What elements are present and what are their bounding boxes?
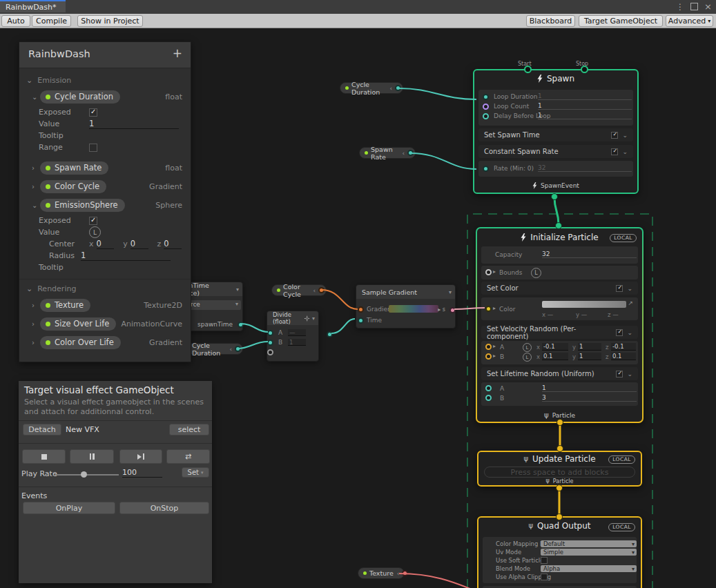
- parameter-node-cycle-duration-2[interactable]: Cycle Duration ‹: [185, 343, 243, 355]
- float-output-port[interactable]: [395, 85, 401, 91]
- param-row-size-over-life[interactable]: › Size Over Life AnimationCurve: [19, 315, 191, 333]
- alpha-clipping-checkbox[interactable]: [541, 574, 548, 580]
- center-x-field[interactable]: 0: [97, 239, 115, 249]
- local-space-icon[interactable]: L: [523, 343, 532, 352]
- exposed-checkbox[interactable]: [89, 217, 97, 225]
- chevron-down-icon[interactable]: ⌄: [627, 285, 632, 292]
- uv-mode-dropdown[interactable]: Simple: [541, 549, 637, 556]
- parameter-node-spawn-rate[interactable]: Spawn Rate ‹: [359, 147, 416, 159]
- blend-mode-dropdown[interactable]: Alpha: [541, 565, 637, 572]
- kebab-menu-icon[interactable]: ⋮: [676, 2, 684, 12]
- collapse-icon[interactable]: ‹: [397, 570, 400, 577]
- texture-output-port[interactable]: [402, 570, 408, 576]
- stop-flow-port[interactable]: [581, 66, 588, 73]
- collapse-icon[interactable]: ‹: [229, 346, 232, 353]
- spawntime-output-port[interactable]: [238, 322, 244, 328]
- bounds-port[interactable]: [485, 269, 492, 275]
- chevron-right-icon[interactable]: ›: [32, 320, 40, 328]
- block-enabled-checkbox[interactable]: [611, 132, 618, 139]
- constant-spawn-rate-block[interactable]: Constant Spawn Rate ⌄: [478, 145, 633, 158]
- stop-button[interactable]: [22, 449, 66, 464]
- parameter-pill[interactable]: Texture: [40, 299, 90, 312]
- play-rate-slider-track[interactable]: [55, 474, 119, 476]
- local-space-icon[interactable]: L: [89, 226, 101, 238]
- loop-duration-port[interactable]: [483, 94, 489, 100]
- set-velocity-random-block[interactable]: Set Velocity Random (Per-component) ⌄: [481, 326, 638, 339]
- pause-button[interactable]: [70, 449, 114, 464]
- gradient-preview-swatch[interactable]: [389, 305, 438, 313]
- chevron-down-icon[interactable]: ⌄: [26, 76, 32, 85]
- expand-triangle-icon[interactable]: ▸: [493, 343, 496, 349]
- param-row-color-over-life[interactable]: › Color Over Life Gradient: [19, 333, 191, 352]
- divide-input-a-port[interactable]: [267, 330, 273, 336]
- close-icon[interactable]: ×: [704, 1, 712, 12]
- chevron-down-icon[interactable]: ▾: [236, 286, 239, 293]
- soft-particle-checkbox[interactable]: [541, 557, 548, 564]
- auto-button[interactable]: Auto: [1, 15, 30, 27]
- parameter-pill[interactable]: Spawn Rate: [40, 161, 108, 175]
- float-output-port[interactable]: [235, 346, 241, 352]
- sample-output-port[interactable]: [449, 307, 456, 313]
- param-row-spawn-rate[interactable]: › Spawn Rate float: [19, 159, 191, 177]
- parameter-node-texture[interactable]: Texture ‹: [358, 567, 405, 579]
- restart-button[interactable]: ⇄: [166, 449, 210, 464]
- color-mapping-dropdown[interactable]: Default: [541, 540, 637, 547]
- set-color-block[interactable]: Set Color ⌄: [481, 282, 638, 295]
- parameter-pill[interactable]: Size Over Life: [40, 317, 116, 331]
- chevron-down-icon[interactable]: ⌄: [622, 148, 628, 155]
- divide-output-port[interactable]: [327, 331, 333, 337]
- color-port[interactable]: [485, 306, 492, 312]
- param-row-cycle-duration[interactable]: ⌄ Cycle Duration float: [19, 88, 191, 106]
- detach-button[interactable]: Detach: [23, 424, 61, 435]
- parameter-pill[interactable]: Color Cycle: [40, 180, 106, 193]
- delay-before-loop-port[interactable]: [483, 113, 489, 119]
- play-rate-slider-handle[interactable]: [81, 471, 87, 478]
- gradient-input-port[interactable]: [358, 306, 364, 313]
- divide-input-b-port[interactable]: [267, 340, 273, 346]
- collapse-icon[interactable]: ‹: [313, 287, 316, 294]
- chevron-down-icon[interactable]: ⌄: [627, 329, 632, 336]
- local-space-icon[interactable]: L: [531, 268, 541, 278]
- velocity-b-port[interactable]: [485, 353, 492, 360]
- center-z-field[interactable]: 0: [164, 239, 182, 249]
- category-rendering[interactable]: ⌄ Rendering: [19, 279, 191, 296]
- start-flow-port[interactable]: [524, 66, 532, 73]
- parameter-pill[interactable]: Cycle Duration: [40, 90, 120, 104]
- add-block-placeholder[interactable]: Press space to add blocks: [484, 467, 635, 478]
- chevron-down-icon[interactable]: ⌄: [32, 202, 40, 209]
- chevron-down-icon[interactable]: ▾: [449, 289, 452, 295]
- rate-port[interactable]: [483, 166, 489, 172]
- parameter-pill[interactable]: Color Over Life: [40, 336, 121, 349]
- add-parameter-button[interactable]: +: [173, 46, 182, 60]
- advanced-dropdown-button[interactable]: Advanced▾: [666, 15, 713, 27]
- chevron-down-icon[interactable]: ⌄: [26, 284, 32, 293]
- chevron-down-icon[interactable]: ⌄: [622, 132, 628, 139]
- target-gameobject-toggle-button[interactable]: Target GameObject: [579, 15, 663, 27]
- blackboard-toggle-button[interactable]: Blackboard: [526, 15, 575, 27]
- sample-gradient-node[interactable]: Sample Gradient ▾ Gradient Time ▸ s: [356, 284, 456, 329]
- chevron-right-icon[interactable]: ›: [32, 302, 40, 309]
- divide-operator-node[interactable]: Divide (float) ▾ A — B 1: [267, 311, 319, 362]
- param-row-texture[interactable]: › Texture Texture2D: [19, 296, 191, 315]
- update-context-node[interactable]: ψ Update Particle LOCAL Press space to a…: [477, 451, 642, 487]
- parameter-node-cycle-duration[interactable]: Cycle Duration ‹: [340, 82, 403, 94]
- param-row-color-cycle[interactable]: › Color Cycle Gradient: [19, 177, 191, 196]
- expand-triangle-icon[interactable]: ▸: [493, 268, 496, 275]
- time-input-port[interactable]: [358, 317, 364, 324]
- chevron-right-icon[interactable]: ›: [32, 183, 40, 190]
- expand-triangle-icon[interactable]: ▸: [493, 353, 496, 359]
- step-button[interactable]: [119, 449, 162, 464]
- lifetime-b-port[interactable]: [485, 395, 492, 401]
- editor-tab[interactable]: RainbwDash*: [0, 0, 66, 12]
- play-rate-field[interactable]: 100: [122, 468, 162, 478]
- exposed-checkbox[interactable]: [89, 108, 97, 117]
- compile-button[interactable]: Compile: [32, 15, 71, 27]
- lifetime-a-port[interactable]: [485, 385, 492, 391]
- quad-output-context-node[interactable]: ψ Quad Output LOCAL Color Mapping Mode D…: [477, 516, 642, 588]
- parameter-node-color-cycle[interactable]: Color Cycle ‹: [271, 284, 327, 296]
- range-checkbox[interactable]: [89, 144, 97, 152]
- hdr-arrow-icon[interactable]: ↗: [628, 300, 633, 306]
- onstop-button[interactable]: OnStop: [119, 502, 209, 514]
- set-dropdown-button[interactable]: Set▾: [182, 467, 209, 478]
- category-emission[interactable]: ⌄ Emission: [19, 72, 191, 88]
